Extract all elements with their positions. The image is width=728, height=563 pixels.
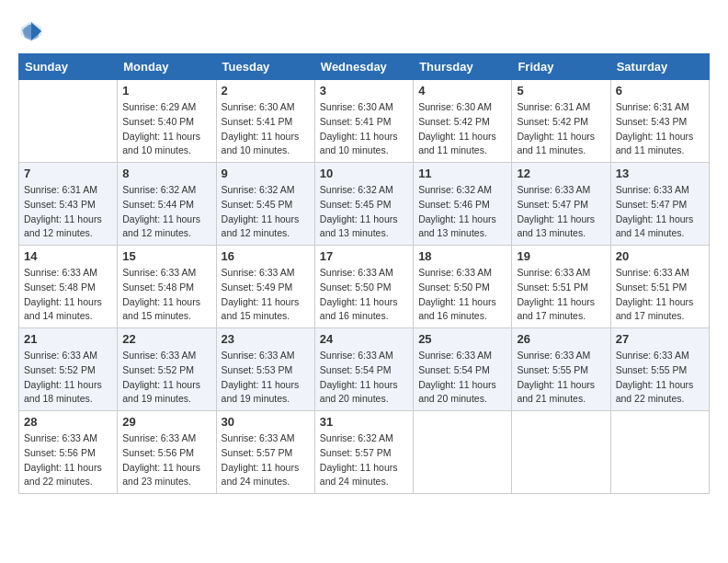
week-row-5: 28Sunrise: 6:33 AMSunset: 5:56 PMDayligh… bbox=[19, 411, 710, 494]
calendar-cell: 9Sunrise: 6:32 AMSunset: 5:45 PMDaylight… bbox=[216, 163, 314, 246]
calendar-cell bbox=[414, 411, 512, 494]
weekday-header-monday: Monday bbox=[118, 54, 216, 80]
day-number: 23 bbox=[222, 332, 310, 346]
day-info: Sunrise: 6:33 AMSunset: 5:50 PMDaylight:… bbox=[418, 266, 506, 324]
day-info: Sunrise: 6:33 AMSunset: 5:53 PMDaylight:… bbox=[222, 349, 310, 407]
day-number: 18 bbox=[418, 249, 506, 263]
calendar-cell: 15Sunrise: 6:33 AMSunset: 5:48 PMDayligh… bbox=[118, 246, 216, 328]
day-number: 16 bbox=[222, 249, 310, 263]
day-info: Sunrise: 6:33 AMSunset: 5:52 PMDaylight:… bbox=[24, 349, 112, 407]
day-number: 8 bbox=[122, 167, 210, 180]
day-info: Sunrise: 6:32 AMSunset: 5:57 PMDaylight:… bbox=[320, 431, 408, 489]
calendar-cell: 20Sunrise: 6:33 AMSunset: 5:51 PMDayligh… bbox=[610, 246, 709, 328]
day-number: 11 bbox=[418, 167, 506, 180]
day-info: Sunrise: 6:33 AMSunset: 5:51 PMDaylight:… bbox=[517, 266, 605, 324]
day-info: Sunrise: 6:33 AMSunset: 5:54 PMDaylight:… bbox=[320, 349, 408, 407]
day-number: 13 bbox=[616, 167, 704, 180]
calendar-cell: 2Sunrise: 6:30 AMSunset: 5:41 PMDaylight… bbox=[216, 80, 314, 163]
day-info: Sunrise: 6:33 AMSunset: 5:48 PMDaylight:… bbox=[122, 266, 210, 324]
day-number: 5 bbox=[517, 84, 605, 98]
day-number: 29 bbox=[122, 415, 210, 429]
day-info: Sunrise: 6:33 AMSunset: 5:52 PMDaylight:… bbox=[122, 349, 210, 407]
day-number: 14 bbox=[24, 249, 112, 263]
weekday-header-friday: Friday bbox=[512, 54, 610, 80]
day-info: Sunrise: 6:33 AMSunset: 5:55 PMDaylight:… bbox=[616, 349, 704, 407]
calendar-cell: 25Sunrise: 6:33 AMSunset: 5:54 PMDayligh… bbox=[414, 328, 512, 411]
calendar-cell bbox=[610, 411, 709, 494]
day-number: 6 bbox=[616, 84, 704, 98]
day-number: 19 bbox=[517, 249, 605, 263]
day-info: Sunrise: 6:32 AMSunset: 5:46 PMDaylight:… bbox=[418, 183, 506, 241]
day-info: Sunrise: 6:32 AMSunset: 5:44 PMDaylight:… bbox=[122, 183, 210, 241]
calendar-cell: 11Sunrise: 6:32 AMSunset: 5:46 PMDayligh… bbox=[414, 163, 512, 246]
day-info: Sunrise: 6:31 AMSunset: 5:43 PMDaylight:… bbox=[24, 183, 112, 241]
weekday-header-sunday: Sunday bbox=[19, 54, 118, 80]
calendar-table: SundayMondayTuesdayWednesdayThursdayFrid… bbox=[18, 53, 710, 494]
header-row: SundayMondayTuesdayWednesdayThursdayFrid… bbox=[19, 54, 710, 80]
calendar-cell: 13Sunrise: 6:33 AMSunset: 5:47 PMDayligh… bbox=[610, 163, 709, 246]
day-info: Sunrise: 6:32 AMSunset: 5:45 PMDaylight:… bbox=[320, 183, 408, 241]
calendar-cell: 27Sunrise: 6:33 AMSunset: 5:55 PMDayligh… bbox=[610, 328, 709, 411]
calendar-cell: 3Sunrise: 6:30 AMSunset: 5:41 PMDaylight… bbox=[314, 80, 413, 163]
day-info: Sunrise: 6:33 AMSunset: 5:54 PMDaylight:… bbox=[418, 349, 506, 407]
day-info: Sunrise: 6:30 AMSunset: 5:41 PMDaylight:… bbox=[222, 100, 310, 158]
calendar-cell: 8Sunrise: 6:32 AMSunset: 5:44 PMDaylight… bbox=[118, 163, 216, 246]
day-number: 24 bbox=[320, 332, 408, 346]
calendar-cell: 17Sunrise: 6:33 AMSunset: 5:50 PMDayligh… bbox=[314, 246, 413, 328]
calendar-cell: 22Sunrise: 6:33 AMSunset: 5:52 PMDayligh… bbox=[118, 328, 216, 411]
day-number: 12 bbox=[517, 167, 605, 180]
header bbox=[18, 18, 710, 44]
calendar-cell: 18Sunrise: 6:33 AMSunset: 5:50 PMDayligh… bbox=[414, 246, 512, 328]
calendar-cell: 31Sunrise: 6:32 AMSunset: 5:57 PMDayligh… bbox=[314, 411, 413, 494]
day-number: 22 bbox=[122, 332, 210, 346]
day-info: Sunrise: 6:33 AMSunset: 5:57 PMDaylight:… bbox=[222, 431, 310, 489]
calendar-cell: 28Sunrise: 6:33 AMSunset: 5:56 PMDayligh… bbox=[19, 411, 118, 494]
weekday-header-thursday: Thursday bbox=[414, 54, 512, 80]
calendar-cell bbox=[512, 411, 610, 494]
day-number: 28 bbox=[24, 415, 112, 429]
day-number: 7 bbox=[24, 167, 112, 180]
day-number: 25 bbox=[418, 332, 506, 346]
calendar-cell: 30Sunrise: 6:33 AMSunset: 5:57 PMDayligh… bbox=[216, 411, 314, 494]
weekday-header-tuesday: Tuesday bbox=[216, 54, 314, 80]
day-info: Sunrise: 6:33 AMSunset: 5:55 PMDaylight:… bbox=[517, 349, 605, 407]
day-number: 9 bbox=[222, 167, 310, 180]
day-info: Sunrise: 6:31 AMSunset: 5:43 PMDaylight:… bbox=[616, 100, 704, 158]
calendar-cell: 26Sunrise: 6:33 AMSunset: 5:55 PMDayligh… bbox=[512, 328, 610, 411]
calendar-cell: 1Sunrise: 6:29 AMSunset: 5:40 PMDaylight… bbox=[118, 80, 216, 163]
weekday-header-saturday: Saturday bbox=[610, 54, 709, 80]
calendar-cell: 10Sunrise: 6:32 AMSunset: 5:45 PMDayligh… bbox=[314, 163, 413, 246]
day-number: 26 bbox=[517, 332, 605, 346]
day-info: Sunrise: 6:33 AMSunset: 5:56 PMDaylight:… bbox=[122, 431, 210, 489]
day-info: Sunrise: 6:30 AMSunset: 5:42 PMDaylight:… bbox=[418, 100, 506, 158]
weekday-header-wednesday: Wednesday bbox=[314, 54, 413, 80]
day-info: Sunrise: 6:33 AMSunset: 5:48 PMDaylight:… bbox=[24, 266, 112, 324]
calendar-cell: 16Sunrise: 6:33 AMSunset: 5:49 PMDayligh… bbox=[216, 246, 314, 328]
day-number: 21 bbox=[24, 332, 112, 346]
day-info: Sunrise: 6:33 AMSunset: 5:51 PMDaylight:… bbox=[616, 266, 704, 324]
day-info: Sunrise: 6:33 AMSunset: 5:47 PMDaylight:… bbox=[517, 183, 605, 241]
logo-icon bbox=[18, 18, 44, 44]
day-number: 10 bbox=[320, 167, 408, 180]
calendar-cell: 12Sunrise: 6:33 AMSunset: 5:47 PMDayligh… bbox=[512, 163, 610, 246]
day-number: 4 bbox=[418, 84, 506, 98]
calendar-cell: 4Sunrise: 6:30 AMSunset: 5:42 PMDaylight… bbox=[414, 80, 512, 163]
day-number: 31 bbox=[320, 415, 408, 429]
week-row-2: 7Sunrise: 6:31 AMSunset: 5:43 PMDaylight… bbox=[19, 163, 710, 246]
week-row-3: 14Sunrise: 6:33 AMSunset: 5:48 PMDayligh… bbox=[19, 246, 710, 328]
calendar-cell bbox=[19, 80, 118, 163]
day-info: Sunrise: 6:30 AMSunset: 5:41 PMDaylight:… bbox=[320, 100, 408, 158]
day-number: 3 bbox=[320, 84, 408, 98]
day-info: Sunrise: 6:31 AMSunset: 5:42 PMDaylight:… bbox=[517, 100, 605, 158]
day-number: 1 bbox=[122, 84, 210, 98]
week-row-1: 1Sunrise: 6:29 AMSunset: 5:40 PMDaylight… bbox=[19, 80, 710, 163]
day-number: 17 bbox=[320, 249, 408, 263]
logo bbox=[18, 18, 48, 44]
calendar-cell: 5Sunrise: 6:31 AMSunset: 5:42 PMDaylight… bbox=[512, 80, 610, 163]
day-info: Sunrise: 6:33 AMSunset: 5:50 PMDaylight:… bbox=[320, 266, 408, 324]
week-row-4: 21Sunrise: 6:33 AMSunset: 5:52 PMDayligh… bbox=[19, 328, 710, 411]
calendar-cell: 14Sunrise: 6:33 AMSunset: 5:48 PMDayligh… bbox=[19, 246, 118, 328]
calendar-cell: 24Sunrise: 6:33 AMSunset: 5:54 PMDayligh… bbox=[314, 328, 413, 411]
calendar-cell: 21Sunrise: 6:33 AMSunset: 5:52 PMDayligh… bbox=[19, 328, 118, 411]
day-number: 30 bbox=[222, 415, 310, 429]
